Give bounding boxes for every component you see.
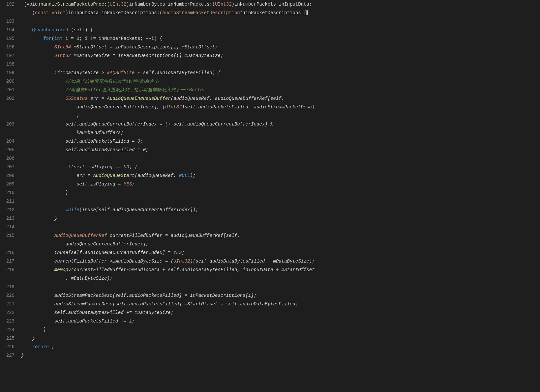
line-number: 192 <box>0 0 20 9</box>
token: (self) { <box>68 27 93 33</box>
line-number: 223 <box>0 317 20 325</box>
token: ; i != inNumberPackets; ++i) { <box>79 36 162 41</box>
line-number: 219 <box>0 283 20 291</box>
token: self.audioPacketsFilled = <box>65 139 137 144</box>
line-number: 213 <box>0 214 20 223</box>
line-number: 207 <box>0 163 20 171</box>
token: self.audioDataBytesFilled += mDataByteSi… <box>54 310 173 315</box>
token: )inNumberPackets inInputData: <box>232 2 312 7</box>
token: self.isPlaying = <box>76 182 124 187</box>
line-content: if(mDataByteSize > kAQBufSize - self.aud… <box>20 69 540 77</box>
line-content: audioQueueCurrentBufferIndex]; <box>20 240 540 248</box>
token: Buffer <box>85 87 101 93</box>
token: ) { <box>129 164 137 170</box>
token <box>21 250 54 255</box>
token <box>21 27 32 33</box>
code-line: 206 <box>0 154 540 163</box>
line-content: audioStreamPacketDesc[self.audioPacketsF… <box>20 300 540 308</box>
token <box>21 301 54 307</box>
code-line: 212 while(inuse[self.audioQueueCurrentBu… <box>0 206 540 214</box>
line-number: 203 <box>0 120 20 128</box>
token: Buffer <box>189 87 206 93</box>
token: audioStreamPacketDesc[self.audioPacketsF… <box>54 293 256 298</box>
line-number: 220 <box>0 291 20 300</box>
line-number: 218 <box>0 266 20 274</box>
line-number: 193 <box>0 17 20 26</box>
token: ; <box>21 113 79 118</box>
token <box>21 173 76 178</box>
code-line: 225 } <box>0 334 540 343</box>
token: mStartOffset = inPacketDescriptions[i].m… <box>71 44 218 50</box>
token <box>21 259 54 264</box>
token: kAQBufSize <box>107 70 135 75</box>
line-number: 212 <box>0 206 20 214</box>
token: AudioStreamPacketDescription* <box>163 10 243 15</box>
token <box>21 147 65 153</box>
code-line: 197 UInt32 mDataByteSize = inPacketDescr… <box>0 51 540 60</box>
line-number: 227 <box>0 351 20 360</box>
token: 1 <box>129 319 132 324</box>
code-line: 222 self.audioDataBytesFilled += mDataBy… <box>0 308 540 317</box>
line-number: 204 <box>0 137 20 146</box>
code-line: 204 self.audioPacketsFilled = 0; <box>0 137 540 146</box>
line-content: } <box>20 325 540 334</box>
code-line: 211 <box>0 197 540 206</box>
token: UInt32 <box>110 2 126 7</box>
code-line: 201 //将当前Buffer送入播放队列，指示将当前帧放入到下一个Buffer <box>0 86 540 94</box>
line-number: 196 <box>0 43 20 51</box>
line-content: self.audioQueueCurrentBufferIndex = (++s… <box>20 120 540 128</box>
code-line: 216 inuse[self.audioQueueCurrentBufferIn… <box>0 248 540 257</box>
token: ; <box>49 344 54 350</box>
token: memcpy <box>54 267 71 272</box>
token <box>21 96 65 101</box>
code-line: 199 if(mDataByteSize > kAQBufSize - self… <box>0 69 540 77</box>
token <box>21 87 65 93</box>
code-line: 205 self.audioDataBytesFilled = 0; <box>0 146 540 154</box>
line-content: } <box>20 351 540 360</box>
line-number: 211 <box>0 197 20 206</box>
line-content: AudioQueueBufferRef currentFilledBuffer … <box>20 231 540 240</box>
line-content: err = AudioQueueStart(audioQueueRef, NUL… <box>20 171 540 180</box>
token: self.audioDataBytesFilled = <box>65 147 143 153</box>
code-line: 207 if(self.isPlaying == NO) { <box>0 163 540 171</box>
line-content: while(inuse[self.audioQueueCurrentBuffer… <box>20 206 540 214</box>
token <box>21 164 65 170</box>
code-line: 193 <box>0 17 540 26</box>
code-line: 224 } <box>0 325 540 334</box>
token: self.audioQueueCurrentBufferIndex = (++s… <box>65 122 273 127</box>
code-line: 213 } <box>0 214 540 223</box>
code-line: 219 <box>0 283 540 291</box>
token: 0 <box>137 139 140 144</box>
line-content: } <box>20 188 540 197</box>
line-content: } <box>20 334 540 343</box>
token: AudioQueueBufferRef <box>54 233 107 238</box>
token <box>21 233 54 238</box>
code-line: ; <box>0 111 540 120</box>
token: OSStatus <box>65 96 87 101</box>
token: @synchronized <box>32 27 68 33</box>
token: for <box>43 36 51 41</box>
token <box>21 44 54 50</box>
code-line: 198 <box>0 60 540 69</box>
code-line: 200 //如果当前要填充的数据大于缓冲区剩余大小 <box>0 77 540 86</box>
token: , mDataByteSize); <box>21 276 112 281</box>
code-line: 209 self.isPlaying = YES; <box>0 180 540 188</box>
token: AudioQueueStart <box>93 173 135 178</box>
token: AudioQueueEnqueueBuffer <box>107 96 170 101</box>
token: )inPacketDescriptions { <box>243 10 306 15</box>
token: )inInputData inPacketDescriptions:( <box>65 10 162 15</box>
token: 0 <box>143 147 146 153</box>
line-content: return ; <box>20 343 540 351</box>
code-line: audioQueueCurrentBufferIndex]; <box>0 240 540 248</box>
token: return <box>32 344 49 350</box>
token: 送入播放队列，指示将当前帧放入到下一个 <box>102 87 189 93</box>
token: while <box>65 207 79 212</box>
token: //如果当前要填充的数据大于缓冲区剩余大小 <box>65 79 159 84</box>
code-line: 194 @synchronized (self) { <box>0 26 540 34</box>
line-number: 214 <box>0 223 20 231</box>
token: int <box>54 36 63 41</box>
token: err = <box>88 96 107 101</box>
token: kNumberOfBuffers; <box>21 130 124 135</box>
token: (mDataByteSize > <box>60 70 107 75</box>
token: NO <box>124 164 129 170</box>
